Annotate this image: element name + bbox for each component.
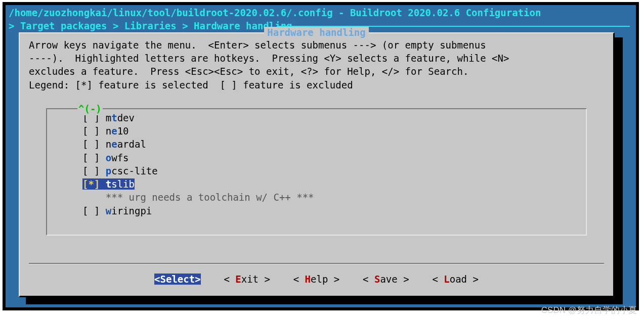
checkbox-indicator: [ ] — [82, 152, 106, 163]
terminal: /home/zuozhongkai/linux/tool/buildroot-2… — [6, 5, 636, 307]
menu-item-label: tslib — [106, 178, 135, 190]
save-button[interactable]: < Save > — [363, 274, 409, 285]
outer-frame: /home/zuozhongkai/linux/tool/buildroot-2… — [3, 2, 639, 310]
exit-button[interactable]: < Exit > — [224, 274, 270, 285]
hotkey-char: o — [106, 152, 111, 163]
checkbox-indicator: [*] — [82, 178, 106, 190]
load-button[interactable]: < Load > — [432, 274, 479, 285]
hotkey-char: E — [235, 274, 241, 285]
menu-items: [ ] mtdev[ ] ne10[ ] neardal[ ] owfs[ ] … — [47, 109, 586, 217]
menu-item[interactable]: [ ] pcsc-lite — [47, 164, 586, 177]
menu-item[interactable]: [ ] mtdev — [47, 111, 586, 124]
menu-item[interactable]: [ ] neardal — [47, 138, 586, 151]
menu-item-label: owfs — [106, 152, 129, 163]
checkbox-indicator: [ ] — [82, 125, 106, 137]
hotkey-char: H — [305, 274, 311, 285]
help-text: Arrow keys navigate the menu. <Enter> se… — [20, 33, 613, 95]
hotkey-char: S — [374, 274, 380, 285]
button-bar: <Select> < Exit > < Help > < Save > < Lo… — [20, 273, 613, 286]
dialog: Hardware handling Arrow keys navigate th… — [19, 32, 615, 297]
help-line: Legend: [*] feature is selected [ ] feat… — [29, 79, 353, 90]
checkbox-indicator: [ ] — [82, 205, 106, 216]
menu-comment: *** urg needs a toolchain w/ C++ *** — [47, 191, 586, 204]
checkbox-indicator: [ ] — [82, 165, 106, 176]
menu-item[interactable]: [*] tslib — [47, 177, 586, 191]
scroll-up-hint: ^(-) — [77, 102, 103, 115]
hotkey-char: S — [160, 274, 166, 285]
select-button[interactable]: <Select> — [154, 274, 201, 285]
help-line: Arrow keys navigate the menu. <Enter> se… — [29, 39, 486, 51]
dialog-title: Hardware handling — [20, 26, 613, 39]
menu-item-label: wiringpi — [106, 205, 152, 216]
help-line: ----). Highlighted letters are hotkeys. … — [29, 53, 509, 64]
menu-item[interactable]: [ ] owfs — [47, 151, 586, 164]
hotkey-char: e — [111, 125, 117, 137]
crumb-prefix: > — [9, 20, 20, 31]
menu-item-label: neardal — [106, 139, 146, 150]
help-button[interactable]: < Help > — [293, 274, 340, 285]
menu-item[interactable]: [ ] wiringpi — [47, 204, 586, 217]
hotkey-char: t — [106, 178, 111, 190]
help-line: excludes a feature. Press <Esc><Esc> to … — [29, 66, 468, 77]
dialog-title-text: Hardware handling — [264, 27, 368, 38]
menu-item-label: pcsc-lite — [106, 165, 158, 176]
hotkey-char: t — [111, 112, 117, 123]
checkbox-indicator: [ ] — [82, 139, 106, 150]
hotkey-char: L — [444, 274, 449, 285]
menu-item-label: ne10 — [106, 125, 129, 137]
window-title: /home/zuozhongkai/linux/tool/buildroot-2… — [6, 5, 636, 19]
hotkey-char: p — [106, 165, 111, 176]
menu-item[interactable]: [ ] ne10 — [47, 124, 586, 138]
menu-item-label: mtdev — [106, 112, 135, 123]
hotkey-char: e — [111, 139, 117, 150]
button-separator — [29, 263, 604, 264]
menu-listbox[interactable]: ^(-) [ ] mtdev[ ] ne10[ ] neardal[ ] owf… — [46, 108, 587, 236]
hotkey-char: w — [106, 205, 111, 216]
